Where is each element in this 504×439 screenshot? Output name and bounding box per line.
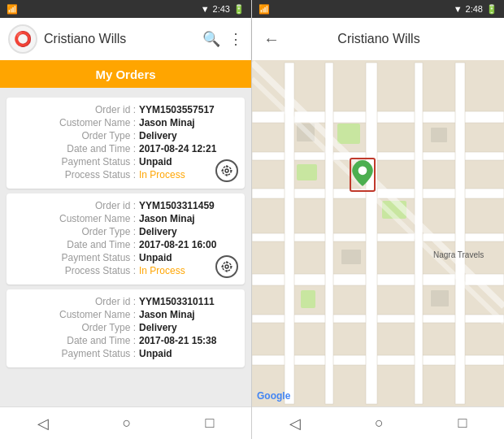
map-marker-box: [350, 158, 376, 192]
customer-value-1: Jason Minaj: [139, 117, 237, 128]
svg-point-1: [223, 167, 232, 176]
svg-rect-26: [297, 164, 317, 180]
left-status-bar: 📶 ▼ 2:43 🔋: [0, 0, 251, 18]
map-back-button[interactable]: ←: [263, 30, 280, 49]
order-id-row-2: Order id : YYM1503311459: [15, 200, 237, 211]
right-signal-icon: 📶: [259, 4, 270, 15]
process-row-2: Process Status : In Process: [15, 265, 237, 276]
location-button-1[interactable]: [215, 159, 238, 182]
logo-icon: ⭕: [14, 30, 32, 48]
header-title: Cristiano Wills: [44, 32, 196, 46]
date-row-3: Date and Time : 2017-08-21 15:38: [15, 335, 237, 346]
type-row-2: Order Type : Delivery: [15, 226, 237, 237]
wifi-icon: ▼: [201, 4, 210, 14]
status-bar-left-icons: 📶: [7, 4, 18, 15]
svg-rect-21: [325, 63, 333, 404]
customer-label-3: Customer Name :: [59, 309, 136, 320]
date-value-1: 2017-08-24 12:21: [139, 143, 237, 154]
type-label-3: Order Type :: [59, 322, 136, 333]
customer-label-2: Customer Name :: [59, 213, 136, 224]
my-orders-label: My Orders: [95, 67, 155, 81]
date-label-3: Date and Time :: [59, 335, 136, 346]
order-card-3[interactable]: Order id : YYM1503310111 Customer Name :…: [7, 289, 245, 367]
svg-point-0: [225, 169, 228, 172]
back-nav-button-right[interactable]: ◁: [289, 415, 301, 432]
search-icon[interactable]: 🔍: [202, 30, 220, 48]
svg-point-7: [223, 263, 232, 272]
back-nav-button-left[interactable]: ◁: [37, 415, 49, 432]
right-status-bar-left: 📶: [259, 4, 270, 15]
right-panel: 📶 ▼ 2:48 🔋 ← Cristiano Wills: [252, 0, 504, 439]
payment-label-1: Payment Status :: [59, 156, 136, 167]
home-nav-button-right[interactable]: ○: [375, 415, 384, 432]
right-battery-icon: 🔋: [486, 4, 497, 15]
date-label-2: Date and Time :: [59, 239, 136, 250]
location-button-2[interactable]: [215, 255, 238, 278]
payment-row-3: Payment Status : Unpaid: [15, 348, 237, 359]
location-icon-1: [220, 164, 233, 177]
type-label-2: Order Type :: [59, 226, 136, 237]
svg-rect-32: [301, 290, 315, 308]
my-orders-bar: My Orders: [0, 60, 251, 88]
order-id-label-3: Order id :: [59, 296, 136, 307]
header-icons: 🔍 ⋮: [202, 30, 243, 48]
type-value-1: Delivery: [139, 130, 237, 141]
order-card-1[interactable]: Order id : YYM1503557517 Customer Name :…: [7, 98, 245, 189]
type-row-3: Order Type : Delivery: [15, 322, 237, 333]
process-row-1: Process Status : In Process: [15, 169, 237, 180]
svg-point-35: [358, 166, 367, 175]
pin-icon: [352, 160, 373, 186]
svg-rect-29: [431, 128, 447, 142]
map-svg: [252, 60, 504, 406]
location-icon-2: [220, 260, 233, 273]
customer-label-1: Customer Name :: [59, 117, 136, 128]
customer-value-2: Jason Minaj: [139, 213, 237, 224]
date-value-3: 2017-08-21 15:38: [139, 335, 237, 346]
order-id-row-1: Order id : YYM1503557517: [15, 104, 237, 115]
left-header: ⭕ Cristiano Wills 🔍 ⋮: [0, 18, 251, 60]
date-label-1: Date and Time :: [59, 143, 136, 154]
map-header: ← Cristiano Wills: [252, 18, 504, 60]
right-wifi-icon: ▼: [454, 4, 463, 14]
right-time-display: 2:48: [466, 4, 483, 14]
payment-label-2: Payment Status :: [59, 252, 136, 263]
order-id-value-2: YYM1503311459: [139, 200, 237, 211]
svg-rect-25: [337, 124, 360, 144]
order-id-row-3: Order id : YYM1503310111: [15, 296, 237, 307]
svg-point-6: [225, 265, 228, 268]
type-row-1: Order Type : Delivery: [15, 130, 237, 141]
recents-nav-button-left[interactable]: □: [206, 415, 215, 432]
payment-value-3: Unpaid: [139, 348, 237, 359]
map-area[interactable]: Nagra Travels Google: [252, 60, 504, 406]
customer-value-3: Jason Minaj: [139, 309, 237, 320]
order-id-value-3: YYM1503310111: [139, 296, 237, 307]
date-value-2: 2017-08-21 16:00: [139, 239, 237, 250]
google-logo-text: Google: [257, 390, 290, 402]
home-nav-button-left[interactable]: ○: [123, 415, 132, 432]
app-logo: ⭕: [8, 24, 37, 54]
more-options-icon[interactable]: ⋮: [228, 30, 243, 48]
battery-icon: 🔋: [233, 4, 245, 15]
order-card-2[interactable]: Order id : YYM1503311459 Customer Name :…: [7, 193, 245, 285]
right-bottom-nav: ◁ ○ □: [252, 406, 504, 439]
status-bar-right: ▼ 2:43 🔋: [201, 4, 245, 15]
recents-nav-button-right[interactable]: □: [458, 415, 467, 432]
svg-rect-31: [431, 290, 449, 306]
order-id-label-2: Order id :: [59, 200, 136, 211]
process-label-2: Process Status :: [59, 265, 136, 276]
svg-rect-23: [415, 63, 423, 404]
nagra-travels-label: Nagra Travels: [433, 250, 484, 259]
right-status-bar: 📶 ▼ 2:48 🔋: [252, 0, 504, 18]
payment-label-3: Payment Status :: [59, 348, 136, 359]
customer-row-1: Customer Name : Jason Minaj: [15, 117, 237, 128]
time-display: 2:43: [213, 4, 230, 14]
svg-rect-30: [341, 250, 361, 264]
process-label-1: Process Status :: [59, 169, 136, 180]
orders-list[interactable]: Order id : YYM1503557517 Customer Name :…: [0, 88, 251, 406]
customer-row-2: Customer Name : Jason Minaj: [15, 213, 237, 224]
date-row-2: Date and Time : 2017-08-21 16:00: [15, 239, 237, 250]
order-id-label-1: Order id :: [59, 104, 136, 115]
payment-row-1: Payment Status : Unpaid: [15, 156, 237, 167]
map-marker: [350, 158, 376, 192]
signal-icon: 📶: [7, 4, 18, 15]
